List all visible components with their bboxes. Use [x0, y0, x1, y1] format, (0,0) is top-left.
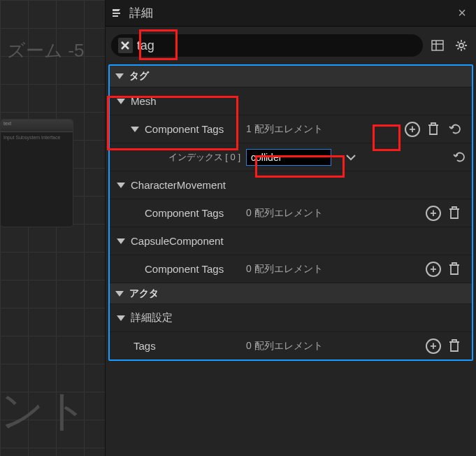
- delete-button[interactable]: [448, 339, 462, 354]
- zoom-level-label: ズーム -5: [7, 38, 84, 63]
- settings-button[interactable]: [452, 36, 470, 55]
- delete-button[interactable]: [427, 122, 441, 137]
- reset-button[interactable]: [452, 150, 466, 164]
- expand-icon: [117, 99, 125, 104]
- expand-icon: [131, 127, 139, 132]
- section-advanced[interactable]: 詳細設定: [110, 304, 472, 332]
- expand-icon: [117, 183, 125, 188]
- search-input[interactable]: [137, 38, 416, 53]
- expand-icon: [117, 315, 125, 321]
- clear-search-button[interactable]: [118, 38, 133, 53]
- section-charmove[interactable]: CharacterMovement: [110, 171, 472, 199]
- section-capsule[interactable]: CapsuleComponent: [110, 227, 472, 255]
- component-tags-label: Component Tags: [145, 207, 224, 219]
- node-body: Input Subsystem Interface: [1, 132, 73, 143]
- delete-button[interactable]: [448, 206, 462, 221]
- category-tag[interactable]: タグ: [110, 66, 472, 87]
- index-0-row: インデックス [ 0 ]: [110, 143, 472, 171]
- section-mesh-label: Mesh: [131, 95, 157, 107]
- section-capsule-label: CapsuleComponent: [131, 235, 224, 247]
- actor-tags-count: 0 配列エレメント: [246, 340, 358, 352]
- close-panel-button[interactable]: ×: [454, 5, 470, 21]
- category-actor-label: アクタ: [129, 287, 159, 300]
- capsule-tags-count: 0 配列エレメント: [246, 263, 358, 276]
- view-options-button[interactable]: [428, 36, 447, 55]
- section-advanced-label: 詳細設定: [131, 311, 173, 325]
- component-tags-label: Component Tags: [145, 123, 224, 135]
- category-tag-label: タグ: [129, 70, 149, 83]
- bg-big-text: ント: [0, 381, 88, 440]
- component-tags-label: Component Tags: [145, 263, 224, 275]
- svg-rect-0: [432, 41, 443, 50]
- add-element-button[interactable]: +: [426, 339, 441, 354]
- node-header: text: [1, 120, 73, 132]
- section-charmove-label: CharacterMovement: [131, 179, 226, 191]
- expand-icon: [115, 291, 124, 297]
- search-row: [106, 27, 476, 64]
- index-0-label: インデックス [ 0 ]: [139, 151, 246, 164]
- add-element-button[interactable]: +: [426, 206, 441, 221]
- actor-tags-row: Tags 0 配列エレメント +: [110, 332, 472, 359]
- search-box[interactable]: [111, 34, 423, 57]
- panel-header: 詳細 ×: [106, 0, 476, 27]
- mesh-tags-count: 1 配列エレメント: [246, 123, 358, 136]
- svg-point-3: [459, 43, 463, 48]
- charmove-component-tags-row: Component Tags 0 配列エレメント +: [110, 199, 472, 227]
- add-element-button[interactable]: +: [405, 122, 420, 137]
- details-panel: 詳細 × タグ Mesh: [105, 0, 476, 456]
- panel-title: 詳細: [129, 5, 454, 21]
- add-element-button[interactable]: +: [426, 262, 441, 277]
- reset-button[interactable]: [448, 122, 462, 136]
- mesh-component-tags-row: Component Tags 1 配列エレメント +: [110, 115, 472, 143]
- tags-label: Tags: [134, 340, 156, 352]
- delete-button[interactable]: [448, 262, 462, 277]
- index-0-input[interactable]: [246, 149, 331, 166]
- category-actor[interactable]: アクタ: [110, 283, 472, 304]
- capsule-component-tags-row: Component Tags 0 配列エレメント +: [110, 255, 472, 283]
- charmove-tags-count: 0 配列エレメント: [246, 207, 358, 220]
- expand-icon: [117, 238, 125, 244]
- section-mesh[interactable]: Mesh: [110, 87, 472, 115]
- graph-node[interactable]: text Input Subsystem Interface: [0, 119, 73, 227]
- details-icon: [111, 7, 124, 20]
- dropdown-button[interactable]: [345, 151, 356, 164]
- expand-icon: [115, 73, 124, 79]
